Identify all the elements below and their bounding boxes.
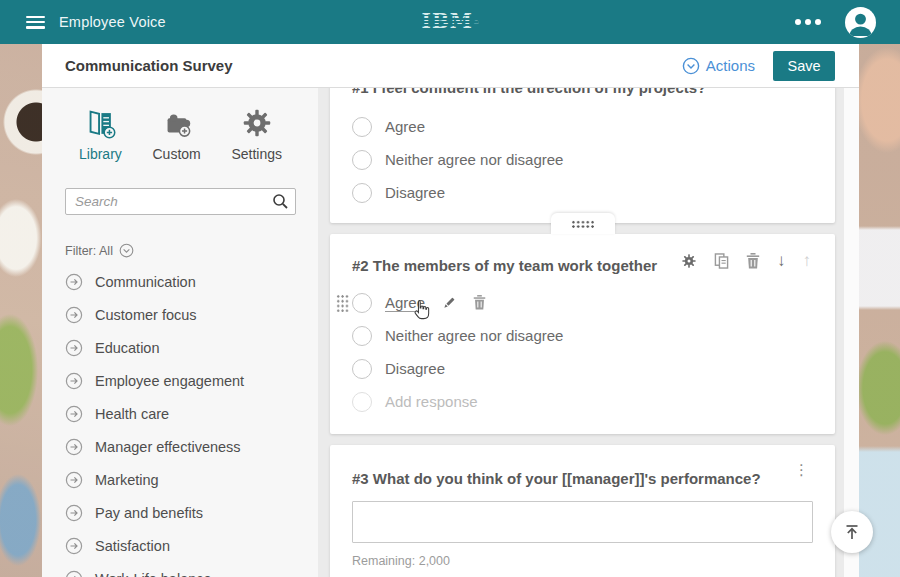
tab-settings[interactable]: Settings [231,106,282,162]
arrow-right-circle-icon [65,306,83,324]
card-drag-handle[interactable] [551,213,615,234]
top-navbar: Employee Voice IBM® [0,0,900,44]
option-row: Neither agree nor disagree [352,319,813,352]
ibm-logo-stripes [422,10,479,32]
option-row: Disagree [352,352,813,385]
trash-icon [746,253,760,269]
radio-button[interactable] [352,359,372,379]
tab-library-label: Library [79,146,122,162]
arrow-up-to-line-icon [842,522,862,542]
radio-button[interactable] [352,326,372,346]
arrow-right-circle-icon [65,570,83,577]
app-body: Library Custom [42,88,859,577]
category-pay-and-benefits[interactable]: Pay and benefits [65,503,296,523]
category-health-care[interactable]: Health care [65,404,296,424]
library-sidebar: Library Custom [42,88,318,577]
copy-icon [714,253,729,269]
arrow-right-circle-icon [65,372,83,390]
tab-custom-label: Custom [152,146,200,162]
radio-button[interactable] [352,293,372,313]
arrow-right-circle-icon [65,273,83,291]
scrollbar-track[interactable] [844,88,859,577]
question-2-toolbar: ↓ ↑ [681,252,813,269]
row-drag-handle-icon[interactable] [336,294,349,312]
overflow-menu-icon[interactable] [793,13,823,31]
category-manager-effectiveness[interactable]: Manager effectiveness [65,437,296,457]
delete-question-button[interactable] [746,253,760,269]
arrow-right-circle-icon [65,339,83,357]
survey-header: Communication Survey Actions Save [42,44,859,88]
question-settings-button[interactable] [681,253,697,269]
radio-button[interactable] [352,183,372,203]
category-list: Communication Customer focus Education E… [65,272,296,577]
tab-custom[interactable]: Custom [152,106,200,162]
category-marketing[interactable]: Marketing [65,470,296,490]
scroll-to-top-button[interactable] [831,511,873,553]
search-icon[interactable] [272,193,289,210]
question-card-1: #1 I feel confident in the direction of … [330,88,835,223]
tab-settings-label: Settings [231,146,282,162]
filter-label: Filter: All [65,244,113,258]
hamburger-menu-icon[interactable] [26,16,45,29]
option-row-tools [441,295,486,311]
radio-button[interactable] [352,117,372,137]
gear-icon [681,253,697,269]
question-2-options: Agree [352,286,813,418]
user-avatar[interactable] [845,7,876,38]
search-input[interactable] [65,188,296,215]
question-2-header: #2 The members of my team work together [352,252,813,276]
question-3-header: #3 What do you think of your [[manager]]… [352,463,813,489]
chevron-down-circle-icon [682,57,700,75]
option-row-agree: Agree [352,286,813,319]
question-card-3: #3 What do you think of your [[manager]]… [330,445,835,577]
arrow-right-circle-icon [65,471,83,489]
custom-puzzle-icon [160,106,194,140]
arrow-right-circle-icon [65,405,83,423]
chevron-down-circle-icon [119,243,134,258]
add-response-row[interactable]: Add response [352,385,813,418]
trash-icon[interactable] [473,295,486,310]
arrow-up-icon: ↑ [803,252,812,269]
tab-library[interactable]: Library [79,106,122,162]
category-communication[interactable]: Communication [65,272,296,292]
mouse-cursor-pointer [410,298,433,321]
topbar-right-group [793,7,900,38]
settings-gear-icon [240,106,274,140]
category-satisfaction[interactable]: Satisfaction [65,536,296,556]
move-question-down-button[interactable]: ↓ [777,252,786,269]
app-window: Employee Voice IBM® Communication Survey [0,0,900,577]
actions-menu[interactable]: Actions [682,57,755,75]
question-2-title: #2 The members of my team work together [352,252,681,276]
arrow-right-circle-icon [65,504,83,522]
search-box [65,188,296,215]
filter-dropdown[interactable]: Filter: All [65,243,296,258]
survey-title: Communication Survey [42,57,233,74]
edit-pencil-icon[interactable] [441,295,457,311]
option-row: Disagree [352,176,813,209]
radio-button[interactable] [352,150,372,170]
desk-photo-left [0,0,42,577]
ibm-logo: IBM® [422,11,479,33]
category-work-life-balance[interactable]: Work-Life balance [65,569,296,577]
category-education[interactable]: Education [65,338,296,358]
desk-photo-right [859,0,900,577]
save-button[interactable]: Save [773,51,835,81]
survey-header-actions: Actions Save [682,51,859,81]
question-card-2: #2 The members of my team work together [330,234,835,434]
arrow-right-circle-icon [65,537,83,555]
sidebar-tabs: Library Custom [65,106,296,162]
radio-button [352,392,372,412]
drag-dots-icon [571,220,594,228]
duplicate-question-button[interactable] [714,253,729,269]
category-customer-focus[interactable]: Customer focus [65,305,296,325]
actions-label: Actions [706,57,755,74]
option-row: Agree [352,110,813,143]
option-row: Neither agree nor disagree [352,143,813,176]
open-answer-textarea[interactable] [352,501,813,543]
kebab-menu-icon[interactable]: ⋮ [790,463,813,477]
move-question-up-button[interactable]: ↑ [803,252,812,269]
library-book-icon [83,106,117,140]
question-3-title: #3 What do you think of your [[manager]]… [352,463,790,489]
category-employee-engagement[interactable]: Employee engagement [65,371,296,391]
question-1-title: #1 I feel confident in the direction of … [352,88,813,98]
